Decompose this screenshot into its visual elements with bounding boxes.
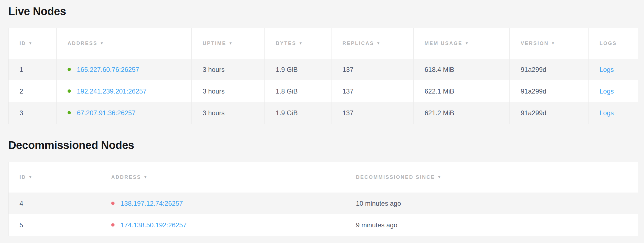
sort-arrow-icon: ▾ — [377, 41, 379, 45]
node-decommissioned-since-cell: 10 minutes ago — [345, 193, 638, 214]
node-id-cell: 1 — [9, 59, 57, 80]
node-mem-usage-cell: 621.2 MiB — [414, 102, 510, 124]
node-id-cell: 5 — [9, 214, 100, 236]
sort-arrow-icon: ▾ — [29, 175, 31, 179]
col-header-uptime[interactable]: UPTIME▾ — [192, 28, 265, 59]
node-uptime-cell: 3 hours — [192, 80, 265, 102]
col-header-version[interactable]: VERSION▾ — [510, 28, 589, 59]
sort-arrow-icon: ▾ — [29, 41, 31, 45]
live-status-icon — [68, 111, 71, 114]
node-address-cell: 165.227.60.76:26257 — [57, 59, 192, 80]
node-address-cell: 138.197.12.74:26257 — [100, 193, 345, 214]
sort-arrow-icon: ▾ — [300, 41, 302, 45]
col-header-label: ID — [19, 174, 26, 180]
node-replicas-cell: 137 — [331, 80, 414, 102]
col-header-mem-usage[interactable]: MEM USAGE▾ — [414, 28, 510, 59]
node-address-cell: 174.138.50.192:26257 — [100, 214, 345, 236]
decommissioned-nodes-title: Decommissioned Nodes — [8, 139, 638, 151]
live-nodes-table: ID▾ ADDRESS▾ UPTIME▾ BYTES▾ REPLICAS▾ — [8, 28, 638, 124]
sort-arrow-icon: ▾ — [230, 41, 232, 45]
node-mem-usage-cell: 622.1 MiB — [414, 80, 510, 102]
col-header-id[interactable]: ID▾ — [9, 28, 57, 59]
col-header-replicas[interactable]: REPLICAS▾ — [331, 28, 414, 59]
table-row: 4 138.197.12.74:26257 10 minutes ago — [9, 193, 638, 214]
node-id-cell: 2 — [9, 80, 57, 102]
node-address-link[interactable]: 174.138.50.192:26257 — [121, 221, 186, 229]
table-row: 1 165.227.60.76:26257 3 hours 1.9 GiB 13… — [9, 59, 638, 80]
decommissioned-status-icon — [111, 223, 115, 227]
nodes-page: Live Nodes ID▾ ADDRESS▾ UPTIME▾ — [0, 0, 644, 243]
node-logs-cell: Logs — [589, 59, 638, 80]
live-status-icon — [68, 89, 71, 93]
sort-arrow-icon: ▾ — [466, 41, 468, 45]
col-header-bytes[interactable]: BYTES▾ — [265, 28, 331, 59]
col-header-label: MEM USAGE — [425, 41, 462, 46]
node-address-cell: 192.241.239.201:26257 — [57, 80, 192, 102]
node-address-link[interactable]: 165.227.60.76:26257 — [77, 66, 139, 73]
decommissioned-nodes-section: Decommissioned Nodes ID▾ ADDRESS▾ DECOMM… — [8, 139, 638, 236]
node-logs-cell: Logs — [589, 102, 638, 124]
node-bytes-cell: 1.9 GiB — [265, 102, 331, 124]
live-nodes-header-row: ID▾ ADDRESS▾ UPTIME▾ BYTES▾ REPLICAS▾ — [9, 28, 638, 59]
node-version-cell: 91a299d — [510, 80, 589, 102]
col-header-label: ADDRESS — [68, 41, 97, 46]
table-row: 5 174.138.50.192:26257 9 minutes ago — [9, 214, 638, 236]
node-logs-link[interactable]: Logs — [600, 109, 614, 117]
node-mem-usage-cell: 618.4 MiB — [414, 59, 510, 80]
node-bytes-cell: 1.8 GiB — [265, 80, 331, 102]
col-header-address[interactable]: ADDRESS▾ — [57, 28, 192, 59]
table-row: 2 192.241.239.201:26257 3 hours 1.8 GiB … — [9, 80, 638, 102]
col-header-decommissioned-since[interactable]: DECOMMISSIONED SINCE▾ — [345, 162, 638, 193]
decommissioned-nodes-header-row: ID▾ ADDRESS▾ DECOMMISSIONED SINCE▾ — [9, 162, 638, 193]
node-logs-cell: Logs — [589, 80, 638, 102]
col-header-address[interactable]: ADDRESS▾ — [100, 162, 345, 193]
node-uptime-cell: 3 hours — [192, 102, 265, 124]
col-header-label: VERSION — [521, 41, 549, 46]
node-replicas-cell: 137 — [331, 59, 414, 80]
sort-arrow-icon: ▾ — [438, 175, 440, 179]
live-nodes-title: Live Nodes — [8, 5, 638, 17]
node-address-link[interactable]: 138.197.12.74:26257 — [121, 200, 183, 207]
live-nodes-section: Live Nodes ID▾ ADDRESS▾ UPTIME▾ — [8, 5, 638, 124]
sort-arrow-icon: ▾ — [144, 175, 146, 179]
col-header-id[interactable]: ID▾ — [9, 162, 100, 193]
node-replicas-cell: 137 — [331, 102, 414, 124]
col-header-label: ID — [19, 41, 26, 46]
node-uptime-cell: 3 hours — [192, 59, 265, 80]
live-status-icon — [68, 68, 71, 71]
node-bytes-cell: 1.9 GiB — [265, 59, 331, 80]
node-version-cell: 91a299d — [510, 102, 589, 124]
node-decommissioned-since-cell: 9 minutes ago — [345, 214, 638, 236]
node-logs-link[interactable]: Logs — [600, 87, 614, 95]
node-address-link[interactable]: 67.207.91.36:26257 — [77, 109, 136, 117]
node-id-cell: 4 — [9, 193, 100, 214]
node-address-cell: 67.207.91.36:26257 — [57, 102, 192, 124]
col-header-label: REPLICAS — [342, 41, 374, 46]
sort-arrow-icon: ▾ — [101, 41, 103, 45]
col-header-logs: LOGS — [589, 28, 638, 59]
node-logs-link[interactable]: Logs — [600, 66, 614, 73]
col-header-label: ADDRESS — [111, 174, 141, 180]
decommissioned-status-icon — [111, 202, 115, 205]
col-header-label: DECOMMISSIONED SINCE — [356, 174, 435, 180]
col-header-label: LOGS — [600, 41, 617, 46]
col-header-label: BYTES — [276, 41, 296, 46]
decommissioned-nodes-table: ID▾ ADDRESS▾ DECOMMISSIONED SINCE▾ 4 138… — [8, 162, 638, 236]
node-version-cell: 91a299d — [510, 59, 589, 80]
node-id-cell: 3 — [9, 102, 57, 124]
sort-arrow-icon: ▾ — [552, 41, 554, 45]
col-header-label: UPTIME — [203, 41, 226, 46]
node-address-link[interactable]: 192.241.239.201:26257 — [77, 87, 147, 95]
table-row: 3 67.207.91.36:26257 3 hours 1.9 GiB 137… — [9, 102, 638, 124]
